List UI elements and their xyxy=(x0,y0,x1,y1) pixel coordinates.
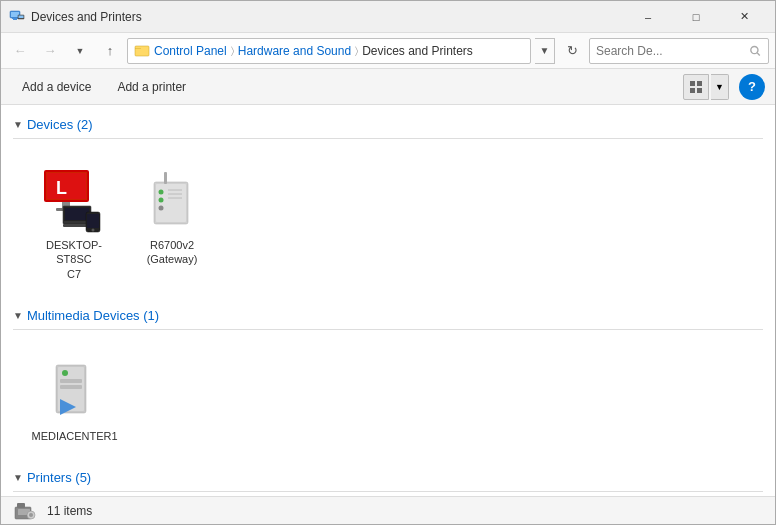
path-part-3: Devices and Printers xyxy=(362,44,473,58)
svg-point-32 xyxy=(159,206,164,211)
status-item-count: 11 items xyxy=(47,504,92,518)
address-controls: ▼ ↻ xyxy=(535,38,585,64)
printers-section-label: Printers (5) xyxy=(27,470,91,485)
app-icon xyxy=(9,9,25,25)
view-controls: ▼ xyxy=(683,74,729,100)
devices-chevron: ▼ xyxy=(13,119,23,130)
main-content: ▼ Devices (2) L xyxy=(1,105,775,496)
back-button[interactable]: ← xyxy=(7,38,33,64)
path-icon xyxy=(134,43,150,59)
window-controls: – □ ✕ xyxy=(625,1,767,33)
view-dropdown-button[interactable]: ▼ xyxy=(711,74,729,100)
address-bar: ← → ▼ ↑ Control Panel 〉 Hardware and Sou… xyxy=(1,33,775,69)
svg-point-30 xyxy=(159,190,164,195)
svg-rect-40 xyxy=(60,385,82,389)
help-button[interactable]: ? xyxy=(739,74,765,100)
svg-point-26 xyxy=(92,229,95,232)
sep-1: 〉 xyxy=(231,45,234,57)
svg-rect-29 xyxy=(164,172,167,184)
printers-chevron: ▼ xyxy=(13,472,23,483)
status-bar: 11 items xyxy=(1,496,775,524)
content-area[interactable]: ▼ Devices (2) L xyxy=(1,105,775,496)
svg-rect-12 xyxy=(690,88,695,93)
search-icon xyxy=(749,44,762,58)
forward-button[interactable]: → xyxy=(37,38,63,64)
multimedia-grid: MEDIACENTER1 xyxy=(13,338,763,466)
refresh-button[interactable]: ↻ xyxy=(559,38,585,64)
svg-point-8 xyxy=(751,46,758,53)
title-bar: Devices and Printers – □ ✕ xyxy=(1,1,775,33)
printers-section-header[interactable]: ▼ Printers (5) xyxy=(13,466,763,492)
sep-2: 〉 xyxy=(355,45,358,57)
svg-rect-5 xyxy=(19,15,24,18)
router-label: R6700v2(Gateway) xyxy=(147,238,198,267)
multimedia-section-label: Multimedia Devices (1) xyxy=(27,308,159,323)
media-center-icon xyxy=(38,353,110,425)
up-button[interactable]: ↑ xyxy=(97,38,123,64)
path-part-1[interactable]: Control Panel xyxy=(154,44,227,58)
svg-rect-22 xyxy=(65,208,89,220)
device-item-mediacenter[interactable]: MEDIACENTER1 xyxy=(29,346,119,450)
grid-view-icon xyxy=(689,80,703,94)
svg-text:L: L xyxy=(56,178,67,198)
view-mode-button[interactable] xyxy=(683,74,709,100)
devices-section-header[interactable]: ▼ Devices (2) xyxy=(13,113,763,139)
svg-rect-10 xyxy=(690,81,695,86)
add-printer-button[interactable]: Add a printer xyxy=(106,74,197,100)
toolbar: Add a device Add a printer ▼ ? xyxy=(1,69,775,105)
path-part-2[interactable]: Hardware and Sound xyxy=(238,44,351,58)
desktop-label: DESKTOP-ST8SCC7 xyxy=(36,238,112,281)
status-printer-icon xyxy=(13,499,37,523)
multimedia-section-header[interactable]: ▼ Multimedia Devices (1) xyxy=(13,304,763,330)
svg-rect-43 xyxy=(17,503,25,508)
close-button[interactable]: ✕ xyxy=(721,1,767,33)
address-dropdown-button[interactable]: ▼ xyxy=(535,38,555,64)
desktop-computer-icon: L xyxy=(38,162,110,234)
maximize-button[interactable]: □ xyxy=(673,1,719,33)
svg-rect-2 xyxy=(12,18,18,19)
svg-point-31 xyxy=(159,198,164,203)
svg-rect-3 xyxy=(13,19,17,20)
svg-point-38 xyxy=(62,370,68,376)
svg-rect-6 xyxy=(135,46,149,56)
devices-section-label: Devices (2) xyxy=(27,117,93,132)
recent-button[interactable]: ▼ xyxy=(67,38,93,64)
svg-point-46 xyxy=(29,513,33,517)
title-bar-text: Devices and Printers xyxy=(31,10,625,24)
svg-rect-25 xyxy=(87,214,99,228)
search-box[interactable] xyxy=(589,38,769,64)
svg-line-9 xyxy=(758,52,761,55)
mediacenter-label: MEDIACENTER1 xyxy=(32,429,117,443)
svg-rect-13 xyxy=(697,88,702,93)
svg-rect-11 xyxy=(697,81,702,86)
router-icon xyxy=(136,162,208,234)
device-item-desktop[interactable]: L DESKTOP-ST8SCC xyxy=(29,155,119,288)
svg-rect-39 xyxy=(60,379,82,383)
devices-grid: L DESKTOP-ST8SCC xyxy=(13,147,763,304)
svg-rect-7 xyxy=(135,48,141,49)
multimedia-chevron: ▼ xyxy=(13,310,23,321)
device-item-router[interactable]: R6700v2(Gateway) xyxy=(127,155,217,288)
add-device-button[interactable]: Add a device xyxy=(11,74,102,100)
search-input[interactable] xyxy=(596,44,745,58)
minimize-button[interactable]: – xyxy=(625,1,671,33)
address-path[interactable]: Control Panel 〉 Hardware and Sound 〉 Dev… xyxy=(127,38,531,64)
